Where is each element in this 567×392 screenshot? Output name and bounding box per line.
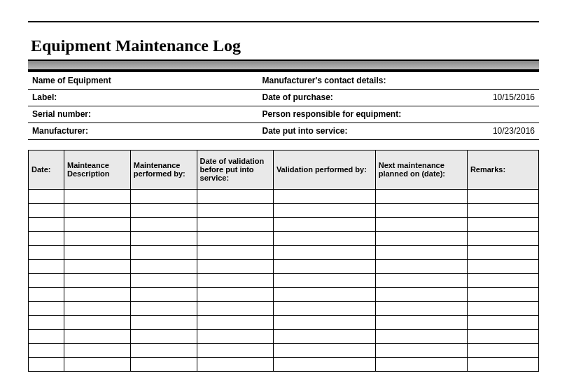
log-cell [64,217,131,231]
log-cell [29,329,64,343]
log-cell [29,189,64,203]
log-cell [130,189,197,203]
log-cell [130,259,197,273]
log-cell [130,231,197,245]
log-cell [375,245,467,259]
log-cell [467,315,538,329]
log-cell [197,245,273,259]
info-table: Name of EquipmentManufacturer's contact … [28,72,539,140]
log-cell [64,301,131,315]
log-cell [273,259,375,273]
info-right-value [442,72,539,89]
document-title: Equipment Maintenance Log [28,34,539,59]
log-cell [197,231,273,245]
log-cell [29,315,64,329]
log-cell [375,231,467,245]
log-header: Date: [29,150,64,189]
info-row: Serial number:Person responsible for equ… [28,106,539,122]
log-row [29,189,539,203]
log-cell [273,189,375,203]
log-cell [64,273,131,287]
log-cell [29,203,64,217]
log-cell [197,273,273,287]
log-cell [29,259,64,273]
info-left-label: Name of Equipment [28,72,120,89]
log-cell [29,287,64,301]
info-right-value [442,106,539,122]
log-cell [29,357,64,371]
log-row [29,245,539,259]
info-right-label: Date put into service: [258,122,442,139]
log-cell [197,301,273,315]
log-cell [197,357,273,371]
info-left-value [120,122,258,139]
log-cell [130,329,197,343]
log-cell [273,315,375,329]
log-header: Maintenance performed by: [130,150,197,189]
log-cell [273,245,375,259]
log-cell [29,245,64,259]
log-cell [273,231,375,245]
log-cell [130,287,197,301]
log-cell [273,357,375,371]
spacer [28,140,539,150]
log-header: Mainteance Description [64,150,131,189]
log-cell [467,231,538,245]
log-cell [273,343,375,357]
log-cell [467,217,538,231]
log-cell [273,203,375,217]
log-cell [29,343,64,357]
info-left-value [120,106,258,122]
log-cell [197,343,273,357]
log-cell [375,357,467,371]
log-cell [197,287,273,301]
log-cell [375,189,467,203]
log-cell [64,357,131,371]
log-cell [64,315,131,329]
log-row [29,203,539,217]
log-cell [467,301,538,315]
log-cell [197,203,273,217]
log-cell [273,287,375,301]
log-row [29,259,539,273]
info-row: Name of EquipmentManufacturer's contact … [28,72,539,89]
log-cell [375,315,467,329]
log-cell [130,315,197,329]
log-cell [64,231,131,245]
log-cell [375,329,467,343]
log-row [29,231,539,245]
log-header: Validation performed by: [273,150,375,189]
log-header: Date of validation before put into servi… [197,150,273,189]
log-row [29,273,539,287]
log-cell [64,259,131,273]
log-header: Remarks: [467,150,538,189]
log-cell [197,259,273,273]
log-cell [375,217,467,231]
log-cell [467,259,538,273]
log-cell [467,329,538,343]
log-cell [197,329,273,343]
log-table: Date:Mainteance DescriptionMaintenance p… [28,150,539,372]
log-cell [197,189,273,203]
info-left-label: Label: [28,89,120,106]
log-cell [29,301,64,315]
info-right-label: Date of purchase: [258,89,442,106]
info-right-value: 10/15/2016 [442,89,539,106]
log-cell [375,287,467,301]
log-cell [130,357,197,371]
log-cell [130,343,197,357]
log-cell [375,343,467,357]
log-cell [130,301,197,315]
log-row [29,329,539,343]
log-cell [375,259,467,273]
log-cell [467,287,538,301]
log-cell [467,357,538,371]
log-cell [467,273,538,287]
info-left-value [120,89,258,106]
log-cell [29,217,64,231]
log-cell [64,245,131,259]
log-cell [467,203,538,217]
log-row [29,287,539,301]
log-cell [273,301,375,315]
log-cell [64,343,131,357]
